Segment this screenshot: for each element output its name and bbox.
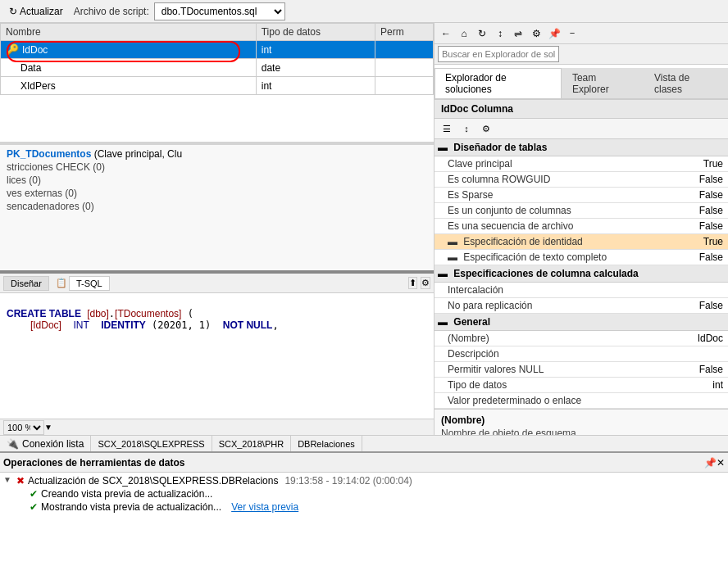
zoom-bar: 100 % ▼	[0, 419, 434, 435]
tab-tsql[interactable]: T-SQL	[69, 276, 110, 291]
triggers-label: sencadenadores (0)	[7, 201, 94, 212]
null-label: Permitir valores NULL	[435, 362, 679, 378]
key-icon: 🔑	[6, 43, 19, 56]
update-button[interactable]: ↻ Actualizar	[3, 3, 69, 20]
main-area: Nombre Tipo de datos Perm 🔑	[0, 23, 728, 435]
iddoc-field[interactable]	[22, 44, 251, 56]
search-input[interactable]	[438, 46, 559, 62]
sol-minus-btn[interactable]: －	[564, 25, 580, 42]
check-item: stricciones CHECK (0)	[7, 161, 427, 173]
props-toolbar: ☰ ↕ ⚙	[435, 119, 728, 139]
ver-preview-link[interactable]: Ver vista previa	[231, 501, 298, 513]
output-row-sub2: ✔ Mostrando vista previa de actualizació…	[3, 500, 725, 514]
status-server1: SCX_2018\SQLEXPRESS	[91, 436, 212, 451]
props-sort-btn[interactable]: ↕	[457, 120, 475, 137]
replicacion-value: False	[679, 298, 728, 314]
output-pin-btn[interactable]: 📌	[704, 457, 717, 469]
expand-btn[interactable]: ⬆	[408, 277, 417, 289]
prop-replicacion: No para replicación False	[435, 298, 728, 314]
zoom-select[interactable]: 100 %	[3, 420, 44, 435]
tab-class-view[interactable]: Vista de clases	[644, 68, 728, 98]
check-label: stricciones CHECK (0)	[7, 161, 105, 173]
constraints-panel: PK_TDocumentos (Clave principal, Clu str…	[0, 145, 434, 270]
settings-btn[interactable]: ⚙	[421, 277, 430, 289]
script-dropdown[interactable]: dbo.TDocumentos.sql	[154, 2, 285, 20]
update-icon: ↻	[9, 6, 17, 17]
props-scroll[interactable]: ▬ Diseñador de tablas Clave principal Tr…	[435, 139, 728, 435]
sparse-value: False	[679, 188, 728, 203]
replicacion-name: No para replicación	[435, 298, 679, 314]
data-name-cell: Data	[6, 62, 251, 74]
output-close-btn[interactable]: ✕	[717, 457, 725, 469]
descripcion-label: Descripción	[435, 346, 679, 362]
section-general-toggle: ▬	[438, 316, 448, 328]
section-general[interactable]: ▬ General	[435, 314, 728, 331]
section-designer[interactable]: ▬ Diseñador de tablas	[435, 139, 728, 156]
nombre-label: (Nombre)	[435, 331, 679, 346]
intercalacion-name: Intercalación	[435, 283, 679, 298]
props-footer: (Nombre) Nombre de objeto de esquema.	[435, 409, 728, 435]
table-row[interactable]: XIdPers int	[1, 77, 434, 95]
clave-value: True	[679, 156, 728, 172]
prop-valor-pred: Valor predeterminado o enlace	[435, 393, 728, 409]
table-grid: Nombre Tipo de datos Perm 🔑	[0, 23, 434, 95]
top-toolbar: ↻ Actualizar Archivo de script: dbo.TDoc…	[0, 0, 728, 23]
status-bar: 🔌 Conexión lista SCX_2018\SQLEXPRESS SCX…	[0, 435, 728, 451]
output-title: Operaciones de herramientas de datos	[3, 457, 704, 469]
col-calc-label: Especificaciones de columna calculada	[453, 268, 638, 279]
properties-panel: IdDoc Columna ☰ ↕ ⚙ ▬ Diseñador de tabla…	[435, 99, 728, 435]
section-col-calc[interactable]: ▬ Especificaciones de columna calculada	[435, 265, 728, 283]
identidad-name: ▬ Especificación de identidad	[435, 234, 679, 250]
prop-texto-completo: ▬ Especificación de texto completo False	[435, 250, 728, 265]
pk-detail: (Clave principal, Clu	[94, 148, 182, 160]
error-time: 19:13:58 - 19:14:02 (0:00:04)	[284, 475, 412, 487]
data-type-cell: date	[256, 59, 375, 77]
clave-name: Clave principal	[435, 156, 679, 172]
sol-gear-btn[interactable]: ⚙	[528, 25, 544, 42]
zoom-down-btn[interactable]: ▼	[44, 423, 52, 432]
xidpers-name-cell: XIdPers	[6, 80, 251, 92]
props-categories-btn[interactable]: ☰	[438, 120, 456, 137]
xidpers-type-cell: int	[256, 77, 375, 95]
tab-solution-explorer[interactable]: Explorador de soluciones	[435, 68, 562, 98]
sol-home-btn[interactable]: ⌂	[456, 25, 472, 42]
table-row[interactable]: Data date	[1, 59, 434, 77]
nombre-desc-value: Nombre de objeto de esquema.	[441, 428, 721, 435]
sol-refresh-btn[interactable]: ↻	[474, 25, 490, 42]
sql-editor[interactable]: CREATE TABLE [dbo].[TDocumentos] ( [IdDo…	[0, 293, 434, 419]
db-icon: 🔌	[7, 438, 19, 450]
secuencia-value: False	[679, 219, 728, 234]
sol-filter-btn[interactable]: ⇌	[510, 25, 526, 42]
sub1-label: Creando vista previa de actualización...	[41, 488, 212, 500]
output-row-error: ▼ ✖ Actualización de SCX_2018\SQLEXPRESS…	[3, 474, 725, 487]
fk-label: ves externas (0)	[7, 188, 77, 199]
prop-nombre: (Nombre) IdDoc	[435, 331, 728, 346]
props-settings-btn[interactable]: ⚙	[477, 120, 495, 137]
data-perm-cell	[375, 59, 434, 77]
prop-rowguid: Es columna ROWGUID False	[435, 172, 728, 188]
search-container	[435, 44, 728, 65]
valor-value	[679, 393, 728, 409]
tipo-value: int	[679, 378, 728, 393]
valor-label: Valor predeterminado o enlace	[435, 393, 679, 409]
table-row[interactable]: 🔑 int	[1, 41, 434, 59]
iddoc-perm	[375, 41, 434, 59]
tab-design[interactable]: Diseñar	[3, 276, 49, 291]
tab-tsql-container: 📋 T-SQL	[56, 276, 110, 291]
props-table: ▬ Diseñador de tablas Clave principal Tr…	[435, 139, 728, 409]
section-designer-label: Diseñador de tablas	[453, 142, 547, 153]
col-perm-header: Perm	[375, 24, 434, 41]
sol-back-btn[interactable]: ←	[438, 25, 454, 42]
conjunto-value: False	[679, 203, 728, 219]
sol-pin-btn[interactable]: 📌	[546, 25, 562, 42]
solution-toolbar: ← ⌂ ↻ ↕ ⇌ ⚙ 📌 －	[435, 23, 728, 44]
sol-arrow-btn[interactable]: ↕	[492, 25, 508, 42]
null-value: False	[679, 362, 728, 378]
rowguid-value: False	[679, 172, 728, 188]
tab-team-explorer[interactable]: Team Explorer	[562, 68, 644, 98]
prop-null: Permitir valores NULL False	[435, 362, 728, 378]
prop-conjunto: Es un conjunto de columnas False	[435, 203, 728, 219]
col-tipo-header: Tipo de datos	[256, 24, 375, 41]
error-icon: ✖	[16, 475, 25, 487]
prop-descripcion: Descripción	[435, 346, 728, 362]
